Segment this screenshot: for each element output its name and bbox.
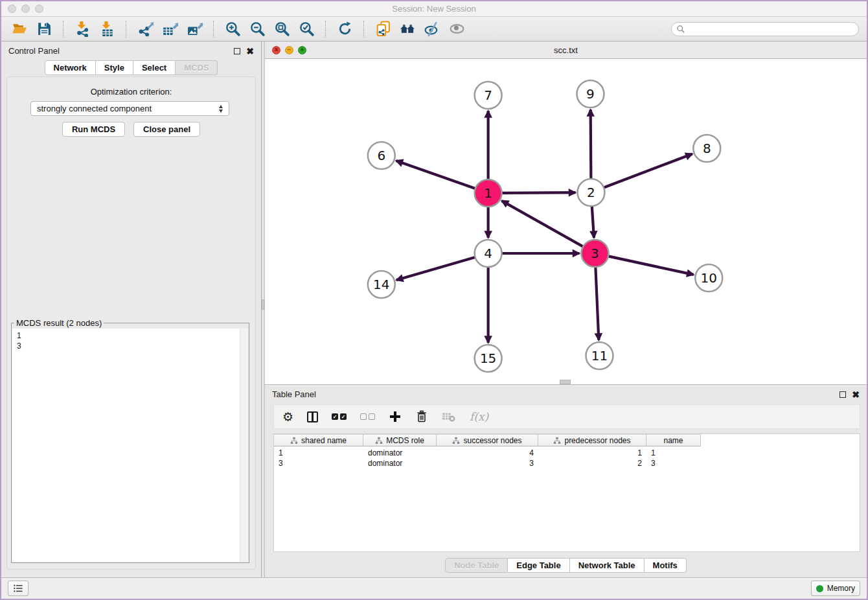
table-settings-button[interactable]: ⚙ [282, 408, 293, 425]
mcds-result-line: 3 [17, 341, 244, 351]
table-tab-node-table[interactable]: Node Table [445, 558, 508, 573]
network-maximize-icon[interactable]: + [298, 46, 306, 54]
table-row[interactable]: 3dominator323 [274, 458, 860, 468]
function-builder-button[interactable]: f(x) [470, 408, 488, 425]
export-table-icon [162, 21, 178, 37]
graph-edge-2-9[interactable] [591, 110, 591, 179]
graph-node-2[interactable]: 2 [577, 179, 604, 206]
show-columns-button[interactable] [307, 408, 318, 425]
tab-network[interactable]: Network [45, 60, 96, 75]
zoom-selected-button[interactable] [296, 19, 317, 39]
fit-content-button[interactable] [271, 19, 292, 39]
graph-node-3[interactable]: 3 [581, 240, 608, 267]
zoom-out-button[interactable] [247, 19, 268, 39]
column-header-mcds-role[interactable]: MCDS role [363, 434, 437, 446]
mcds-result-title: MCDS result (2 nodes) [14, 318, 104, 328]
tab-mcds[interactable]: MCDS [176, 60, 218, 75]
neighbors-button[interactable] [397, 19, 418, 39]
show-all-button[interactable] [446, 19, 467, 39]
export-network-icon [137, 21, 154, 37]
close-panel-icon[interactable]: ✖ [246, 48, 254, 54]
zoom-in-button[interactable] [222, 19, 243, 39]
export-table-button[interactable] [159, 19, 180, 39]
float-table-panel-icon[interactable] [839, 391, 846, 398]
open-session-button[interactable] [9, 19, 30, 39]
network-minimize-icon[interactable]: − [285, 46, 293, 54]
export-network-button[interactable] [135, 19, 155, 39]
mcds-panel: Optimization criterion: strongly connect… [6, 76, 256, 570]
column-header-predecessor-nodes[interactable]: predecessor nodes [538, 434, 646, 446]
svg-text:9: 9 [586, 86, 595, 102]
export-image-icon [187, 21, 203, 37]
network-close-icon[interactable]: × [272, 46, 280, 54]
svg-text:10: 10 [701, 270, 717, 286]
hide-selected-button[interactable] [422, 19, 442, 39]
unselect-all-button[interactable] [360, 408, 375, 425]
table-row[interactable]: 1dominator411 [274, 448, 860, 458]
svg-text:3: 3 [591, 246, 599, 261]
memory-button[interactable]: Memory [811, 581, 860, 596]
fit-content-icon [274, 21, 290, 37]
graph-node-10[interactable]: 10 [695, 264, 722, 292]
column-header-shared-name[interactable]: shared name [274, 434, 363, 446]
dropdown-stepper-icon [219, 105, 223, 113]
tab-style[interactable]: Style [96, 60, 133, 75]
delete-table-button[interactable] [442, 408, 456, 425]
graph-edge-1-2[interactable] [502, 192, 576, 193]
graph-edge-4-14[interactable] [396, 257, 475, 280]
panel-splitter[interactable] [261, 41, 264, 577]
task-history-button[interactable] [8, 581, 29, 596]
graph-edge-3-1[interactable] [502, 201, 584, 247]
column-header-successor-nodes[interactable]: successor nodes [437, 434, 538, 446]
graph-node-7[interactable]: 7 [475, 82, 502, 109]
float-panel-icon[interactable] [234, 48, 240, 54]
graph-node-9[interactable]: 9 [577, 80, 604, 108]
window-titlebar: Session: New Session [1, 1, 867, 17]
run-mcds-button[interactable]: Run MCDS [62, 122, 125, 137]
network-canvas[interactable]: 7968124314101511 [265, 59, 867, 384]
graph-node-1[interactable]: 1 [475, 179, 502, 207]
close-table-panel-icon[interactable]: ✖ [852, 391, 860, 398]
eye-slash-icon [424, 21, 440, 37]
table-tabs: Node TableEdge TableNetwork TableMotifs [445, 558, 687, 573]
splitter-grip[interactable] [262, 299, 264, 310]
control-panel: Control Panel ✖ NetworkStyleSelectMCDS O… [1, 41, 261, 577]
select-all-button[interactable]: ✓✓ [332, 408, 347, 425]
dropdown-value: strongly connected component [37, 104, 152, 113]
table-tab-edge-table[interactable]: Edge Table [508, 558, 569, 573]
graph-node-4[interactable]: 4 [475, 240, 502, 267]
search-input[interactable] [671, 22, 859, 36]
table-cell: 2 [538, 459, 646, 468]
canvas-splitter-grip[interactable] [560, 380, 571, 384]
table-cell: 3 [646, 459, 701, 468]
mcds-result-list[interactable]: 13 [12, 329, 248, 562]
list-icon [13, 584, 23, 593]
column-header-name[interactable]: name [646, 434, 701, 446]
graph-edge-2-3[interactable] [592, 206, 594, 238]
graph-node-8[interactable]: 8 [693, 135, 720, 162]
delete-entry-button[interactable] [415, 408, 428, 425]
graph-edge-3-11[interactable] [595, 267, 599, 340]
table-tab-network-table[interactable]: Network Table [570, 558, 645, 573]
search-container [671, 22, 859, 36]
graph-node-6[interactable]: 6 [368, 142, 395, 169]
import-network-button[interactable] [72, 19, 93, 39]
graph-edge-2-8[interactable] [604, 154, 692, 188]
graph-node-14[interactable]: 14 [368, 271, 395, 298]
refresh-button[interactable] [334, 19, 355, 39]
duplicate-network-button[interactable] [372, 19, 393, 39]
table-tab-motifs[interactable]: Motifs [645, 558, 687, 573]
graph-edge-3-10[interactable] [608, 256, 694, 275]
graph-node-15[interactable]: 15 [475, 345, 502, 372]
tab-select[interactable]: Select [133, 60, 176, 75]
optimization-criterion-dropdown[interactable]: strongly connected component [30, 101, 229, 116]
add-entry-button[interactable] [389, 408, 402, 425]
import-table-button[interactable] [97, 19, 117, 39]
export-image-button[interactable] [184, 19, 205, 39]
eye-icon [449, 21, 465, 37]
graph-edge-1-6[interactable] [396, 161, 475, 189]
network-graph[interactable]: 7968124314101511 [265, 59, 867, 384]
graph-node-11[interactable]: 11 [586, 342, 613, 369]
save-session-button[interactable] [34, 19, 54, 39]
close-panel-button[interactable]: Close panel [133, 122, 200, 137]
